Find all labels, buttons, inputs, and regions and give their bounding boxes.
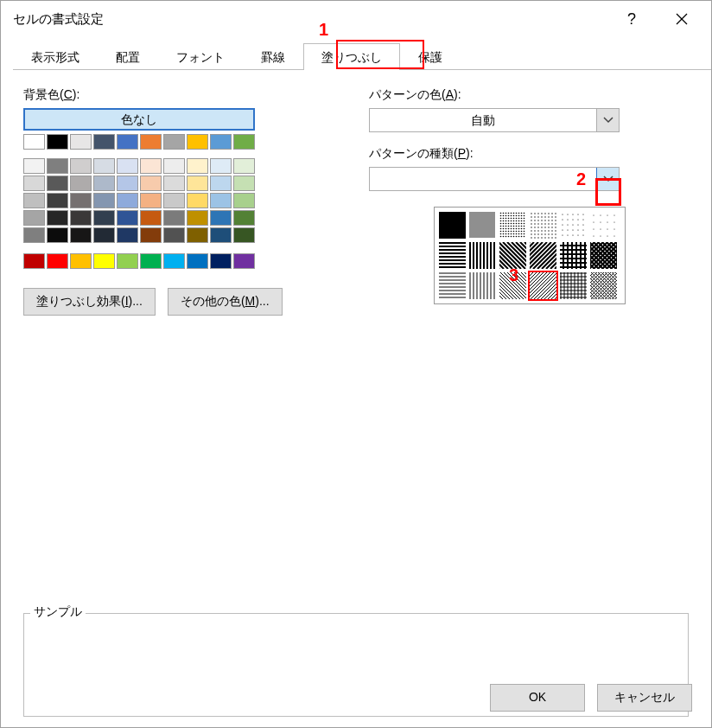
color-swatch[interactable] [233, 134, 255, 150]
color-swatch[interactable] [233, 253, 255, 269]
pattern-swatch[interactable] [499, 271, 527, 300]
color-swatch[interactable] [117, 193, 138, 208]
pattern-swatch[interactable] [438, 211, 467, 239]
color-swatch[interactable] [140, 227, 162, 243]
color-swatch[interactable] [70, 253, 92, 269]
color-swatch[interactable] [117, 227, 138, 243]
color-swatch[interactable] [47, 193, 68, 208]
color-swatch[interactable] [47, 253, 68, 269]
color-swatch[interactable] [187, 210, 208, 226]
color-swatch[interactable] [163, 134, 185, 150]
color-swatch[interactable] [210, 253, 232, 269]
fill-effects-button[interactable]: 塗りつぶし効果(I)... [23, 288, 156, 316]
color-swatch[interactable] [187, 134, 208, 150]
color-swatch[interactable] [210, 227, 232, 243]
color-swatch[interactable] [233, 210, 255, 226]
color-swatch[interactable] [23, 158, 45, 174]
help-button[interactable]: ? [614, 6, 649, 32]
color-swatch[interactable] [23, 134, 45, 150]
pattern-swatch[interactable] [559, 241, 588, 270]
color-swatch[interactable] [210, 158, 232, 174]
color-swatch[interactable] [23, 253, 45, 269]
color-swatch[interactable] [70, 193, 92, 208]
pattern-swatch[interactable] [589, 271, 618, 300]
color-swatch[interactable] [187, 176, 208, 191]
color-swatch[interactable] [47, 227, 68, 243]
color-swatch[interactable] [47, 158, 68, 174]
pattern-swatch[interactable] [529, 241, 557, 270]
pattern-swatch[interactable] [589, 211, 618, 239]
color-swatch[interactable] [140, 193, 162, 208]
pattern-color-dropdown-button[interactable] [596, 109, 619, 131]
no-color-button[interactable]: 色なし [23, 108, 255, 131]
color-swatch[interactable] [117, 134, 138, 150]
color-swatch[interactable] [163, 253, 185, 269]
color-swatch[interactable] [187, 253, 208, 269]
pattern-swatch[interactable] [499, 241, 527, 270]
color-swatch[interactable] [93, 158, 115, 174]
pattern-type-dropdown-button[interactable] [596, 168, 619, 190]
color-swatch[interactable] [140, 176, 162, 191]
color-swatch[interactable] [23, 176, 45, 191]
color-swatch[interactable] [23, 210, 45, 226]
pattern-swatch[interactable] [559, 211, 588, 239]
pattern-swatch[interactable] [468, 211, 497, 239]
color-swatch[interactable] [93, 176, 115, 191]
color-swatch[interactable] [233, 227, 255, 243]
color-swatch[interactable] [117, 210, 138, 226]
pattern-type-dropdown[interactable] [369, 167, 620, 191]
color-swatch[interactable] [93, 210, 115, 226]
pattern-swatch[interactable] [438, 271, 467, 300]
pattern-swatch[interactable] [438, 241, 467, 270]
color-swatch[interactable] [187, 193, 208, 208]
color-swatch[interactable] [117, 253, 138, 269]
color-swatch[interactable] [70, 176, 92, 191]
color-swatch[interactable] [70, 227, 92, 243]
color-swatch[interactable] [163, 193, 185, 208]
color-swatch[interactable] [70, 210, 92, 226]
color-swatch[interactable] [117, 158, 138, 174]
color-swatch[interactable] [93, 193, 115, 208]
color-swatch[interactable] [163, 227, 185, 243]
color-swatch[interactable] [23, 193, 45, 208]
color-swatch[interactable] [70, 158, 92, 174]
pattern-swatch[interactable] [468, 241, 497, 270]
color-swatch[interactable] [210, 134, 232, 150]
color-swatch[interactable] [47, 134, 68, 150]
pattern-swatch[interactable] [529, 271, 557, 300]
color-swatch[interactable] [47, 176, 68, 191]
color-swatch[interactable] [163, 176, 185, 191]
ok-button[interactable]: OK [490, 684, 585, 712]
color-swatch[interactable] [140, 158, 162, 174]
pattern-color-dropdown[interactable]: 自動 [369, 108, 620, 132]
pattern-swatch[interactable] [499, 211, 527, 239]
tab-font[interactable]: フォント [158, 43, 243, 69]
pattern-swatch[interactable] [589, 241, 618, 270]
color-swatch[interactable] [70, 134, 92, 150]
more-colors-button[interactable]: その他の色(M)... [168, 288, 283, 316]
color-swatch[interactable] [187, 158, 208, 174]
color-swatch[interactable] [233, 193, 255, 208]
tab-protect[interactable]: 保護 [400, 43, 461, 69]
color-swatch[interactable] [93, 253, 115, 269]
color-swatch[interactable] [233, 176, 255, 191]
pattern-swatch[interactable] [529, 211, 557, 239]
color-swatch[interactable] [47, 210, 68, 226]
color-swatch[interactable] [93, 227, 115, 243]
tab-display[interactable]: 表示形式 [13, 43, 98, 69]
color-swatch[interactable] [210, 193, 232, 208]
tab-border[interactable]: 罫線 [243, 43, 303, 69]
tab-fill[interactable]: 塗りつぶし [303, 43, 400, 70]
color-swatch[interactable] [233, 158, 255, 174]
pattern-swatch[interactable] [468, 271, 497, 300]
color-swatch[interactable] [210, 210, 232, 226]
tab-align[interactable]: 配置 [98, 43, 158, 69]
cancel-button[interactable]: キャンセル [597, 684, 692, 712]
color-swatch[interactable] [163, 158, 185, 174]
color-swatch[interactable] [210, 176, 232, 191]
color-swatch[interactable] [140, 253, 162, 269]
color-swatch[interactable] [117, 176, 138, 191]
color-swatch[interactable] [140, 210, 162, 226]
pattern-swatch[interactable] [559, 271, 588, 300]
color-swatch[interactable] [187, 227, 208, 243]
